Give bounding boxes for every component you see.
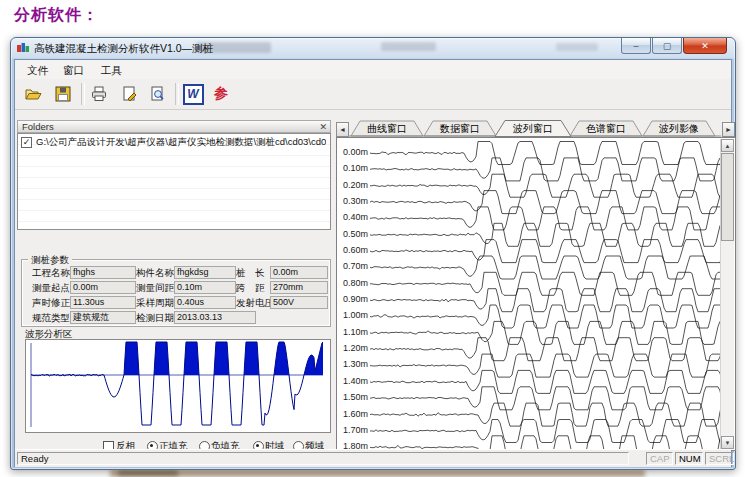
tab-scroll-right-button[interactable]: ► [722, 122, 735, 137]
word-icon: W [183, 84, 204, 105]
pile-params-title: 测桩参数 [28, 254, 72, 267]
param-label: 工程名称 [32, 267, 70, 280]
depth-label: 1.20m [343, 340, 368, 356]
tab-curve-window[interactable]: 曲线窗口 [351, 121, 423, 136]
folders-panel-title: Folders [22, 121, 54, 132]
save-button[interactable] [51, 82, 75, 106]
scroll-up-button[interactable]: ▲ [721, 139, 734, 152]
check-icon: ✓ [23, 138, 31, 147]
status-bar: Ready CAP NUM SCRL [15, 449, 731, 467]
depth-label: 0.30m [343, 193, 368, 209]
svg-text:色谱窗口: 色谱窗口 [586, 123, 626, 134]
arrow-right-icon: ► [725, 126, 732, 133]
depth-label: 0.60m [343, 242, 368, 258]
folders-list[interactable]: ✓ G:\公司产品设计开发\超声仪器\超声仪实地检测数据\测桩cd\cd03\c… [17, 133, 331, 230]
depth-labels: 0.00m 0.10m 0.20m 0.30m 0.40m 0.50m 0.60… [343, 144, 368, 455]
tab-scroll-left-button[interactable]: ◄ [336, 122, 349, 137]
close-button[interactable]: ✕ [683, 38, 727, 54]
caps-indicator: CAP [646, 452, 673, 465]
param-field[interactable]: 500V [270, 296, 328, 309]
folder-checkbox[interactable]: ✓ [21, 137, 32, 148]
depth-label: 1.40m [343, 373, 368, 389]
scrollbar-thumb[interactable] [721, 153, 734, 241]
page-setup-icon [119, 84, 139, 104]
minimize-button[interactable]: – [621, 38, 651, 54]
menu-bar: 文件 窗口 工具 [15, 60, 731, 80]
param-field[interactable]: fhghs [70, 266, 136, 279]
wave-analysis-box[interactable] [25, 339, 331, 433]
param-field[interactable]: 2013.03.13 [174, 311, 256, 324]
param-field[interactable]: 270mm [270, 281, 328, 294]
svg-text:曲线窗口: 曲线窗口 [367, 123, 407, 134]
close-icon: ✕ [701, 41, 709, 51]
tab-colormap-window[interactable]: 色谱窗口 [570, 121, 642, 136]
param-field[interactable]: 11.30us [70, 296, 136, 309]
param-label: 桩 长 [236, 267, 265, 280]
scroll-down-button[interactable]: ▼ [721, 436, 734, 449]
desktop-artifact [110, 469, 645, 477]
pile-params-group: 测桩参数 工程名称 fhghs 构件名称 fhgkdsg 桩 长 0.00m 测… [21, 259, 331, 327]
window-title: 高铁建混凝土检测分析软件V1.0—测桩 [34, 42, 213, 56]
vertical-scrollbar[interactable]: ▲ ▼ [720, 139, 734, 449]
tab-strip: ◄ 曲线窗口 数据窗口 色谱窗口 [336, 120, 735, 137]
window-controls: – ▢ ✕ [621, 38, 727, 54]
param-field[interactable]: 建筑规范 [70, 311, 136, 324]
tab-data-window[interactable]: 数据窗口 [424, 121, 496, 136]
titlebar-reflection [381, 42, 436, 51]
param-field[interactable]: fhgkdsg [174, 266, 236, 279]
tab-wavetrain-image[interactable]: 波列影像 [643, 121, 715, 136]
wavetrain-panel[interactable]: 0.00m 0.10m 0.20m 0.30m 0.40m 0.50m 0.60… [336, 137, 736, 451]
param-label: 采样周期 [136, 297, 174, 310]
menu-file[interactable]: 文件 [23, 63, 52, 79]
tab-wavetrain-window[interactable]: 波列窗口 [495, 121, 571, 137]
print-preview-button[interactable] [145, 82, 169, 106]
depth-label: 1.30m [343, 356, 368, 372]
depth-label: 0.00m [343, 144, 368, 160]
param-field[interactable]: 0.10m [174, 281, 236, 294]
arrow-up-icon: ▲ [725, 143, 731, 149]
depth-label: 0.10m [343, 160, 368, 176]
num-indicator: NUM [675, 452, 703, 465]
folders-panel-header[interactable]: Folders ✕ [17, 120, 331, 133]
status-message: Ready [17, 452, 629, 465]
folders-close-icon[interactable]: ✕ [319, 121, 327, 133]
depth-label: 0.70m [343, 258, 368, 274]
depth-label: 1.50m [343, 389, 368, 405]
param-label: 检测日期 [136, 312, 174, 325]
depth-label: 0.40m [343, 209, 368, 225]
svg-text:波列窗口: 波列窗口 [512, 123, 553, 134]
svg-text:波列影像: 波列影像 [658, 123, 699, 134]
param-label: 测量起点 [32, 282, 70, 295]
print-preview-icon [147, 84, 167, 104]
maximize-button[interactable]: ▢ [652, 38, 682, 54]
app-icon [17, 42, 30, 55]
tabs: 曲线窗口 数据窗口 色谱窗口 波列影像 [349, 120, 721, 137]
svg-text:数据窗口: 数据窗口 [439, 123, 480, 134]
toolbar: W 参 [15, 79, 731, 110]
parameters-button[interactable]: 参 [209, 82, 233, 106]
folder-item[interactable]: ✓ G:\公司产品设计开发\超声仪器\超声仪实地检测数据\测桩cd\cd03\c… [21, 136, 326, 149]
depth-label: 1.10m [343, 324, 368, 340]
word-export-button[interactable]: W [181, 82, 205, 106]
page-setup-button[interactable] [117, 82, 141, 106]
open-folder-icon [23, 84, 43, 104]
param-field[interactable]: 0.00m [270, 266, 328, 279]
menu-tools[interactable]: 工具 [97, 63, 126, 79]
save-icon [53, 84, 73, 104]
depth-label: 0.80m [343, 275, 368, 291]
param-field[interactable]: 0.40us [174, 296, 236, 309]
open-button[interactable] [21, 82, 45, 106]
depth-label: 0.90m [343, 291, 368, 307]
parameters-icon: 参 [214, 85, 228, 103]
minimize-icon: – [633, 41, 638, 51]
titlebar[interactable]: 高铁建混凝土检测分析软件V1.0—测桩 – ▢ ✕ [11, 38, 735, 59]
wavetrain-traces [370, 139, 722, 450]
toolbar-separator [175, 83, 179, 105]
depth-label: 1.60m [343, 406, 368, 422]
analysis-waveform [26, 340, 328, 430]
print-button[interactable] [87, 82, 111, 106]
param-field[interactable]: 0.00m [70, 281, 136, 294]
depth-label: 1.00m [343, 307, 368, 323]
menu-window[interactable]: 窗口 [59, 63, 88, 79]
maximize-icon: ▢ [663, 41, 672, 51]
